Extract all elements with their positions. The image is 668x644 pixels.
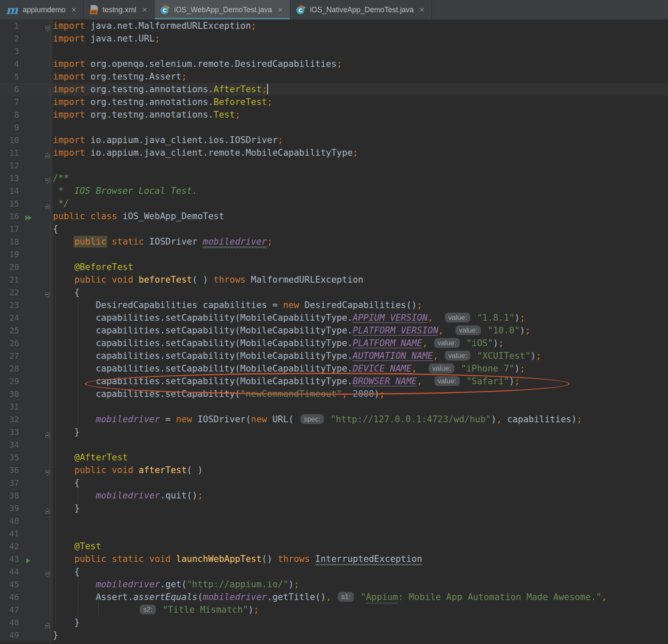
line-number[interactable]: 45 <box>0 578 19 591</box>
line-number[interactable]: 36 <box>0 464 19 476</box>
gutter[interactable]: 42 <box>0 540 53 553</box>
line-number[interactable]: 12 <box>0 159 19 172</box>
line-number[interactable]: 23 <box>0 299 19 311</box>
line-number[interactable]: 43 <box>0 553 19 565</box>
line-number[interactable]: 20 <box>0 261 19 273</box>
line-number[interactable]: 38 <box>0 489 19 502</box>
code-text[interactable]: import org.openqa.selenium.remote.Desire… <box>53 58 668 70</box>
line-number[interactable]: 30 <box>0 388 19 400</box>
code-line[interactable]: 27 capabilities.setCapability(MobileCapa… <box>0 350 668 362</box>
code-line[interactable]: 22 { <box>0 286 668 299</box>
code-text[interactable] <box>53 248 668 261</box>
code-line[interactable]: 47 s2: "Title Mismatch"); <box>0 603 668 616</box>
code-line[interactable]: 21 public void beforeTest( ) throws Malf… <box>0 273 668 286</box>
gutter[interactable]: 39 <box>0 502 53 515</box>
tab-appiumdemo[interactable]: mappiumdemo✕ <box>0 0 84 19</box>
line-number[interactable]: 21 <box>0 273 19 286</box>
code-text[interactable]: public void beforeTest( ) throws Malform… <box>53 273 668 286</box>
line-number[interactable]: 13 <box>0 172 19 184</box>
line-number[interactable]: 10 <box>0 134 19 146</box>
code-text[interactable]: import org.testng.annotations.AfterTest; <box>53 83 668 96</box>
line-number[interactable]: 47 <box>0 603 19 616</box>
code-text[interactable]: mobiledriver = new IOSDriver(new URL( sp… <box>53 413 668 426</box>
tab-testng-xml[interactable]: <>testng.xml✕ <box>84 0 155 19</box>
line-number[interactable]: 1 <box>0 19 19 32</box>
line-number[interactable]: 49 <box>0 629 19 641</box>
gutter[interactable]: 3 <box>0 45 53 58</box>
code-line[interactable]: 34 <box>0 438 668 451</box>
code-line[interactable]: 43 public static void launchWebAppTest()… <box>0 553 668 565</box>
code-line[interactable]: 25 capabilities.setCapability(MobileCapa… <box>0 324 668 337</box>
gutter[interactable]: 41 <box>0 527 53 540</box>
code-text[interactable]: { <box>53 223 668 235</box>
code-line[interactable]: 49} <box>0 629 668 641</box>
line-number[interactable]: 44 <box>0 565 19 578</box>
gutter[interactable]: 44 <box>0 565 53 578</box>
gutter[interactable]: 2 <box>0 32 53 45</box>
gutter[interactable]: 12 <box>0 159 53 172</box>
code-line[interactable]: 48 } <box>0 616 668 629</box>
gutter[interactable]: 40 <box>0 515 53 527</box>
code-text[interactable]: capabilities.setCapability(MobileCapabil… <box>53 375 668 388</box>
line-number[interactable]: 17 <box>0 223 19 235</box>
close-icon[interactable]: ✕ <box>142 6 147 14</box>
code-line[interactable]: 6import org.testng.annotations.AfterTest… <box>0 83 668 96</box>
code-text[interactable]: public class iOS_WebApp_DemoTest <box>53 210 668 223</box>
code-line[interactable]: 40 <box>0 515 668 527</box>
code-line[interactable]: 37 { <box>0 476 668 489</box>
gutter[interactable]: 43 <box>0 553 53 565</box>
line-number[interactable]: 27 <box>0 350 19 362</box>
code-line[interactable]: 26 capabilities.setCapability(MobileCapa… <box>0 337 668 350</box>
gutter[interactable]: 36 <box>0 464 53 476</box>
close-icon[interactable]: ✕ <box>419 6 425 14</box>
code-line[interactable]: 36 public void afterTest( ) <box>0 464 668 476</box>
code-text[interactable]: */ <box>53 197 668 210</box>
line-number[interactable]: 34 <box>0 438 19 451</box>
code-text[interactable] <box>53 515 668 527</box>
line-number[interactable]: 3 <box>0 45 19 58</box>
code-text[interactable]: } <box>53 629 668 641</box>
line-number[interactable]: 35 <box>0 451 19 464</box>
gutter[interactable]: 10 <box>0 134 53 146</box>
gutter[interactable]: 16 <box>0 210 53 223</box>
code-text[interactable]: capabilities.setCapability(MobileCapabil… <box>53 362 668 375</box>
code-line[interactable]: 39 } <box>0 502 668 515</box>
code-text[interactable]: mobiledriver.get("http://appium.io/"); <box>53 578 668 591</box>
code-line[interactable]: 41 <box>0 527 668 540</box>
line-number[interactable]: 4 <box>0 58 19 70</box>
line-number[interactable]: 11 <box>0 146 19 159</box>
line-number[interactable]: 28 <box>0 362 19 375</box>
line-number[interactable]: 32 <box>0 413 19 426</box>
code-text[interactable]: import org.testng.annotations.BeforeTest… <box>53 96 668 108</box>
code-line[interactable]: 23 DesiredCapabilities capabilities = ne… <box>0 299 668 311</box>
code-text[interactable] <box>53 400 668 413</box>
code-line[interactable]: 31 <box>0 400 668 413</box>
code-text[interactable]: public static void launchWebAppTest() th… <box>53 553 668 565</box>
code-text[interactable]: import org.testng.annotations.Test; <box>53 108 668 121</box>
gutter[interactable]: 34 <box>0 438 53 451</box>
gutter[interactable]: 32 <box>0 413 53 426</box>
code-text[interactable]: } <box>53 426 668 438</box>
line-number[interactable]: 16 <box>0 210 19 223</box>
tab-ios_nativeapp_demotest-java[interactable]: CiOS_NativeApp_DemoTest.java✕ <box>290 0 432 19</box>
gutter[interactable]: 4 <box>0 58 53 70</box>
code-text[interactable] <box>53 438 668 451</box>
line-number[interactable]: 46 <box>0 591 19 603</box>
gutter[interactable]: 45 <box>0 578 53 591</box>
code-text[interactable]: mobiledriver.quit(); <box>53 489 668 502</box>
gutter[interactable]: 29 <box>0 375 53 388</box>
gutter[interactable]: 25 <box>0 324 53 337</box>
code-text[interactable]: import org.testng.Assert; <box>53 70 668 83</box>
code-text[interactable] <box>53 527 668 540</box>
code-text[interactable]: public static IOSDriver mobiledriver; <box>53 235 668 248</box>
gutter[interactable]: 27 <box>0 350 53 362</box>
code-line[interactable]: 16public class iOS_WebApp_DemoTest <box>0 210 668 223</box>
line-number[interactable]: 2 <box>0 32 19 45</box>
line-number[interactable]: 6 <box>0 83 19 96</box>
gutter[interactable]: 7 <box>0 96 53 108</box>
line-number[interactable]: 19 <box>0 248 19 261</box>
gutter[interactable]: 33 <box>0 426 53 438</box>
code-text[interactable]: s2: "Title Mismatch"); <box>53 603 668 616</box>
code-text[interactable]: import java.net.MalformedURLException; <box>53 19 668 32</box>
code-text[interactable]: /** <box>53 172 668 184</box>
